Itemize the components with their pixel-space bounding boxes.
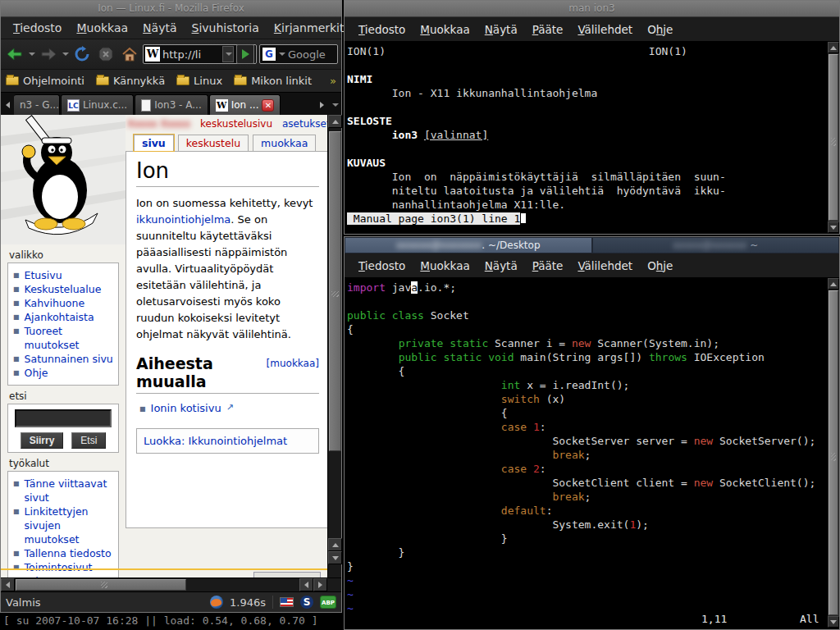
menu-muokkaa[interactable]: Muokkaa [69,21,135,34]
horizontal-scroll-thumb[interactable] [16,579,186,591]
vim-scrollbar[interactable] [827,278,839,628]
sidebar-tool-link[interactable]: ■Tänne viittaavat sivut [13,477,115,504]
scroll-up-button[interactable] [328,115,342,128]
url-bar[interactable]: W http://li [143,44,257,64]
external-homepage-link[interactable]: Ionin kotisivu [151,402,221,417]
scroll-up-button-2[interactable] [328,538,342,551]
man-menu-pääte[interactable]: Pääte [525,23,571,36]
term-menu-ohje[interactable]: Ohje [640,259,680,272]
scrapbook-icon[interactable]: S [300,596,313,609]
vim-scroll-up-button[interactable] [828,278,839,290]
forward-button[interactable] [38,43,59,65]
tab-scroll-left-button[interactable] [1,94,14,115]
man-scroll-down-button[interactable] [828,221,839,233]
sidebar-tool-link[interactable]: ■Toimintosivut [13,560,115,574]
term-menu-näytä[interactable]: Näytä [477,259,525,272]
sidebar-nav-link[interactable]: ■Etusivu [13,268,115,282]
menu-näytä[interactable]: Näytä [135,21,184,34]
bookmarks-overflow-chevron[interactable]: » [330,75,336,87]
sidebar-tool-link[interactable]: ■Linkitettyjen sivujen muutokset [13,504,115,546]
tab-scroll-right-button[interactable] [315,94,328,115]
ion-frame-tab[interactable]: xxxxx@xxxxxx ~ [592,237,840,253]
man-menu-näytä[interactable]: Näytä [477,23,525,36]
censored-username-link[interactable]: Xxxxx Xxxxx [127,118,190,130]
term-menu-muokkaa[interactable]: Muokkaa [413,259,477,272]
browser-tab[interactable]: n3 - G... [14,94,60,115]
personal-link[interactable]: asetukset [282,118,327,130]
browser-tab[interactable]: Ion3 - A... [135,94,208,115]
ion-frame-tab[interactable]: xxxxxx@xxxxxxx. ~/Desktop [345,237,592,253]
term-menu-välilehdet[interactable]: Välilehdet [570,259,640,272]
sidebar-nav-link[interactable]: ■Keskustelualue [13,282,115,296]
back-button[interactable] [4,43,25,65]
page-tab-sivu[interactable]: sivu [134,135,174,151]
section-edit-link[interactable]: [muokkaa] [267,358,319,369]
sidebar-nav-link[interactable]: ■Ohje [13,366,115,380]
tab-close-button[interactable]: ✕ [262,99,274,112]
bookmark-folder[interactable]: Ohjelmointi [6,75,84,87]
man-menu-ohje[interactable]: Ohje [640,23,680,36]
search-input[interactable]: Google [288,48,326,61]
vertical-scrollbar[interactable] [327,115,341,578]
man-scroll-up-button[interactable] [828,42,839,53]
flag-icon[interactable] [280,597,294,607]
term-menu-tiedosto[interactable]: Tiedosto [351,259,413,272]
tab-list-dropdown-button[interactable] [328,94,341,115]
vim-buffer-text[interactable]: import java.io.*; public class Socket{ p… [345,278,827,628]
scroll-left-button-2[interactable] [299,578,313,591]
menu-sivuhistoria[interactable]: Sivuhistoria [185,21,267,34]
bookmark-folder[interactable]: Linux [176,75,222,87]
man-line [347,100,827,114]
man-menu-muokkaa[interactable]: Muokkaa [413,23,477,36]
inline-wiki-link[interactable]: ikkunointiohjelma [136,213,231,226]
terminal-cursor [520,212,527,224]
man-menu-välilehdet[interactable]: Välilehdet [570,23,640,36]
forward-dropdown-icon[interactable] [62,52,69,56]
url-input[interactable]: http://li [162,48,220,61]
vertical-scroll-thumb[interactable] [329,131,341,451]
man-scrollbar[interactable] [827,42,839,233]
sidebar-nav-link[interactable]: ■Satunnainen sivu [13,352,115,366]
scroll-right-button[interactable] [313,578,327,591]
desktop: Ion — Linux.fi - Mozilla Firefox Tiedost… [0,0,840,630]
go-button[interactable] [236,44,254,64]
sidebar-nav-link[interactable]: ■Kahvihuone [13,296,115,310]
horizontal-scrollbar[interactable] [1,578,341,591]
search-bar[interactable]: G Google [259,44,338,64]
bookmark-folder[interactable]: Mikon linkit [234,75,312,87]
wiki-find-button[interactable]: Etsi [71,432,106,449]
stop-button[interactable] [95,43,116,65]
back-dropdown-icon[interactable] [29,52,35,56]
firefox-frame-titlebar[interactable]: Ion — Linux.fi - Mozilla Firefox [1,1,341,17]
linuxfi-logo[interactable] [1,115,126,244]
category-box[interactable]: Luokka: Ikkunointiohjelmat [136,428,319,454]
menu-tiedosto[interactable]: Tiedosto [6,21,69,34]
url-dropdown-button[interactable] [222,46,234,62]
man-frame-titlebar[interactable]: man ion3 [345,1,839,17]
sidebar-tool-link[interactable]: ■Tallenna tiedosto [13,546,115,560]
list-bullet: ■ [13,296,20,310]
man-scroll-thumb[interactable] [829,54,838,221]
home-button[interactable] [119,43,140,65]
sidebar-nav-link[interactable]: ■Ajankohtaista [13,310,115,324]
page-tab-keskustelu[interactable]: keskustelu [178,135,249,151]
scroll-down-button[interactable] [328,551,342,564]
term-menu-pääte[interactable]: Pääte [525,259,571,272]
browser-tab[interactable]: WIon ...✕ [209,94,281,115]
page-tab-muokkaa[interactable]: muokkaa [253,135,316,151]
bookmark-folder[interactable]: Kännykkä [96,75,165,87]
vim-scroll-thumb[interactable] [829,290,838,615]
browser-tab[interactable]: LCLinux.c... [61,94,134,115]
search-engine-dropdown-icon[interactable] [279,52,285,56]
wiki-go-button[interactable]: Siirry [21,432,64,449]
scroll-left-button[interactable] [1,578,15,591]
man-menu-tiedosto[interactable]: Tiedosto [351,23,413,36]
reload-button[interactable] [71,43,93,65]
menu-kirjanmerkit[interactable]: Kirjanmerkit [267,21,352,34]
adblock-plus-icon[interactable]: ABP [320,596,336,609]
fasterfox-icon[interactable] [210,596,223,609]
sidebar-nav-link[interactable]: ■Tuoreet muutokset [13,324,115,352]
wiki-search-input[interactable] [15,409,112,427]
list-bullet: ■ [13,366,20,380]
personal-link[interactable]: keskustelusivu [200,118,272,130]
